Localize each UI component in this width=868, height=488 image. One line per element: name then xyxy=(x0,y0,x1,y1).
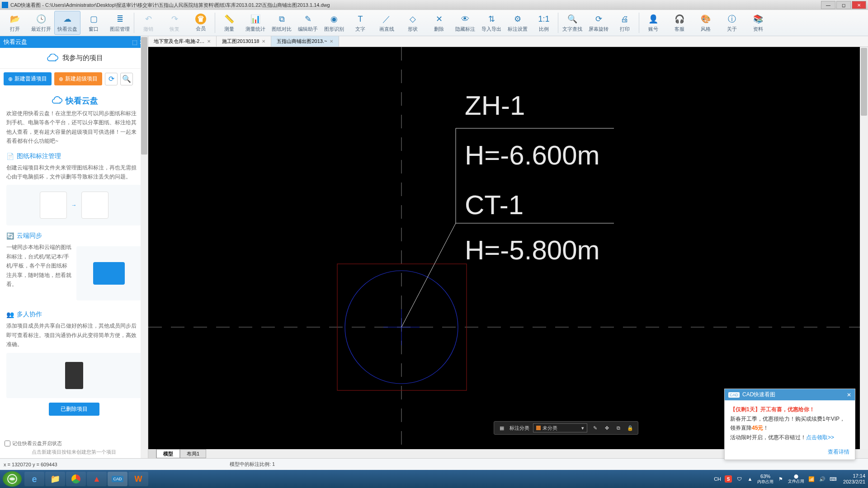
tool-label: 客服 xyxy=(675,26,684,33)
tab-model[interactable]: 模型 xyxy=(156,449,180,458)
canvas-scrollbar[interactable] xyxy=(860,47,868,449)
tray-keyboard-icon[interactable]: ⌨ xyxy=(830,475,837,483)
tool-屏幕旋转[interactable]: ⟳屏幕旋转 xyxy=(585,11,612,35)
doc-tab[interactable]: 施工图20130118✕ xyxy=(217,36,271,47)
tray-up-icon[interactable]: ▲ xyxy=(746,475,754,483)
grid-icon[interactable]: ▦ xyxy=(498,424,506,432)
tray-flag-icon[interactable]: ⚑ xyxy=(777,475,784,483)
tool-风格[interactable]: 🎨风格 xyxy=(693,11,719,35)
start-button[interactable] xyxy=(3,471,22,487)
tool-icon: ☁ xyxy=(61,13,73,25)
taskbar-cad-icon[interactable]: CAD xyxy=(108,472,127,486)
tray-net-icon[interactable]: 📶 xyxy=(808,475,815,483)
tool-形状[interactable]: ◇形状 xyxy=(400,11,426,35)
tab-close-icon[interactable]: ✕ xyxy=(330,39,333,44)
taskbar-explorer-icon[interactable]: 📁 xyxy=(45,472,65,486)
titlebar: CAD快速看图 - C:\Users\Administrator\Desktop… xyxy=(0,0,868,10)
copy-icon[interactable]: ⧉ xyxy=(614,424,623,432)
tray-lang[interactable]: CH xyxy=(714,476,721,482)
tool-label: 标注设置 xyxy=(508,26,528,33)
taskbar-app1-icon[interactable]: ▲ xyxy=(87,472,107,486)
tray-sogou-icon[interactable]: S xyxy=(725,475,732,483)
tool-图形识别[interactable]: ◉图形识别 xyxy=(321,11,347,35)
tool-图纸对比[interactable]: ⧉图纸对比 xyxy=(269,11,295,35)
taskbar-wps-icon[interactable]: W xyxy=(128,472,148,486)
taskbar-ie-icon[interactable]: e xyxy=(24,472,44,486)
popup-close-icon[interactable]: ✕ xyxy=(847,392,851,398)
tray-file[interactable]: ⬤文件占用 xyxy=(788,474,804,484)
tool-icon: 🎨 xyxy=(700,13,712,25)
doc-tab[interactable]: 五指山商铺出图2013.~✕ xyxy=(271,36,339,47)
sidebar-subtitle: 我参与的项目 xyxy=(62,54,103,62)
tool-会员[interactable]: ♛会员 xyxy=(188,11,214,35)
tool-快看云盘[interactable]: ☁快看云盘 xyxy=(54,11,80,35)
tool-文字查找[interactable]: 🔍文字查找 xyxy=(559,11,585,35)
sidebar-subtitle-row: 我参与的项目 xyxy=(0,48,148,69)
maximize-button[interactable]: ◻ xyxy=(836,1,851,9)
tray-shield-icon[interactable]: 🛡 xyxy=(736,475,743,483)
sidebar-scrollbar[interactable] xyxy=(141,36,148,458)
tool-label: 恢复 xyxy=(170,26,179,33)
taskbar-chrome-icon[interactable] xyxy=(66,472,86,486)
tool-资料[interactable]: 📚资料 xyxy=(745,11,771,35)
tool-账号[interactable]: 👤账号 xyxy=(640,11,666,35)
card-text-2: 创建云端项目和文件夹来管理图纸和标注，再也无需担心由于电脑损坏，文件误删等导致标… xyxy=(6,163,142,182)
status-coords: x = 1320720 y = 609443 xyxy=(4,462,148,467)
tab-close-icon[interactable]: ✕ xyxy=(207,39,211,44)
tool-文字[interactable]: T文字 xyxy=(347,11,373,35)
sidebar-pin-icon[interactable]: ⬚ xyxy=(132,39,137,46)
tool-打开[interactable]: 📂打开 xyxy=(2,11,28,35)
tool-icon: 🕓 xyxy=(35,13,47,25)
tool-画直线[interactable]: ／画直线 xyxy=(373,11,400,35)
move-icon[interactable]: ✥ xyxy=(603,424,611,432)
label-zh1: ZH-1 xyxy=(465,90,525,121)
doc-tab[interactable]: 地下室及仓库-电施-2…✕ xyxy=(148,36,217,47)
tool-测量[interactable]: 📏测量 xyxy=(216,11,242,35)
claim-link[interactable]: 点击领取>> xyxy=(806,434,834,441)
minimize-button[interactable]: — xyxy=(821,1,835,9)
card-text-4: 添加项目成员并共享自己做好的标注，其他成员同步后即可查看标注。项目沟通协作从此变… xyxy=(6,321,142,349)
tool-删除[interactable]: ✕删除 xyxy=(426,11,452,35)
tool-恢复[interactable]: ↷恢复 xyxy=(161,11,188,35)
tool-撤销[interactable]: ↶撤销 xyxy=(135,11,161,35)
team-icon: 👥 xyxy=(6,311,14,318)
more-link[interactable]: 查看详情 xyxy=(828,449,849,455)
deleted-projects-button[interactable]: 已删除项目 xyxy=(49,403,99,416)
tool-窗口[interactable]: ▢窗口 xyxy=(80,11,107,35)
tool-测量统计[interactable]: 📊测量统计 xyxy=(242,11,269,35)
close-button[interactable]: ✕ xyxy=(852,1,866,9)
tab-scroll-left[interactable] xyxy=(148,449,156,458)
tool-打印[interactable]: 🖨打印 xyxy=(612,11,638,35)
tool-比例[interactable]: 1:1比例 xyxy=(531,11,557,35)
tool-编辑助手[interactable]: ✎编辑助手 xyxy=(295,11,321,35)
tool-导入导出[interactable]: ⇅导入导出 xyxy=(478,11,505,35)
card-sub-3: 🔄云端同步 xyxy=(6,232,142,240)
tool-标注设置[interactable]: ⚙标注设置 xyxy=(505,11,531,35)
tool-icon: 📊 xyxy=(250,13,261,25)
tool-隐藏标注[interactable]: 👁隐藏标注 xyxy=(452,11,478,35)
tool-图层管理[interactable]: ≣图层管理 xyxy=(107,11,133,35)
system-tray: CH S 🛡 ▲ 63%内存占用 ⚑ ⬤文件占用 📶 🔊 ⌨ 17:142023… xyxy=(714,473,865,485)
label-h1: H=-6.600m xyxy=(465,140,599,170)
tab-layout1[interactable]: 布局1 xyxy=(180,449,206,458)
tool-关于[interactable]: ⓘ关于 xyxy=(719,11,745,35)
tray-clock[interactable]: 17:142023/2/21 xyxy=(843,473,865,485)
refresh-button[interactable]: ⟳ xyxy=(105,73,118,85)
anno-category-select[interactable]: 未分类▾ xyxy=(533,423,587,432)
tab-close-icon[interactable]: ✕ xyxy=(262,39,265,44)
tool-客服[interactable]: 🎧客服 xyxy=(666,11,693,35)
tray-vol-icon[interactable]: 🔊 xyxy=(819,475,826,483)
search-button[interactable]: 🔍 xyxy=(120,73,133,85)
tray-mem[interactable]: 63%内存占用 xyxy=(757,474,774,484)
lock-icon[interactable]: 🔒 xyxy=(626,424,634,432)
new-super-project-button[interactable]: ⊕ 新建超级项目 xyxy=(54,72,102,85)
tool-最近打开[interactable]: 🕓最近打开 xyxy=(28,11,54,35)
tool-icon: ◇ xyxy=(407,13,419,25)
tab-label: 五指山商铺出图2013.~ xyxy=(277,38,327,45)
new-project-button[interactable]: ⊕ 新建普通项目 xyxy=(4,72,52,85)
tab-label: 施工图20130118 xyxy=(222,38,259,45)
illustration-2 xyxy=(76,246,142,300)
edit-icon[interactable]: ✎ xyxy=(591,424,599,432)
remember-checkbox[interactable]: 记住快看云盘开启状态 xyxy=(5,440,143,447)
tool-label: 文字查找 xyxy=(562,26,582,33)
